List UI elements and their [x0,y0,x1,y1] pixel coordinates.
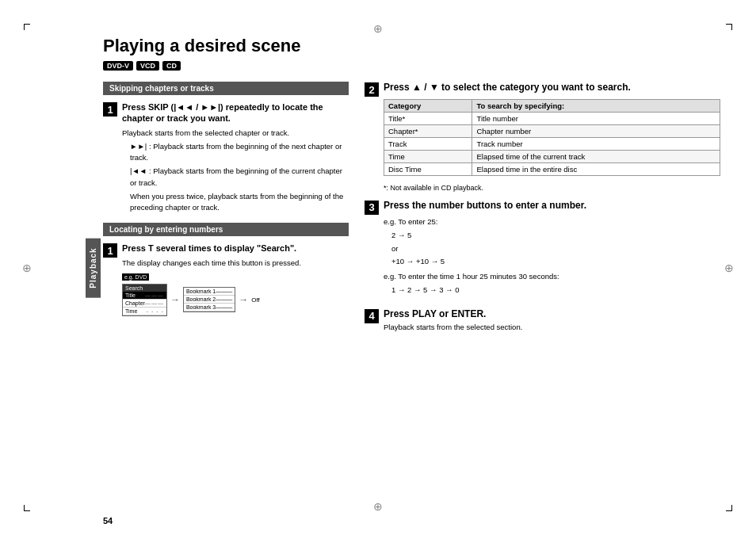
bookmark-1-label: Bookmark 1 [186,289,216,294]
main-content: Playing a desired scene DVD-V VCD CD Ski… [103,36,720,499]
diagram-arrow-2: → [239,294,248,305]
table-row: Track Track number [384,137,720,150]
skip-bullet-1: |◄◄ : Playback starts from the beginning… [122,166,349,189]
menu-search-header: Search [123,285,166,292]
step-skip-1: 1 Press SKIP (|◄◄ / ►►|) repeatedly to l… [103,101,349,216]
step-3-content: Press the number buttons to enter a numb… [384,200,720,300]
table-cell-time-cat: Time [384,150,472,162]
example-2-line-0: 1 → 2 → 5 → 3 → 0 [391,285,720,296]
table-row: Disc Time Elapsed time in the entire dis… [384,162,720,175]
corner-br [726,505,732,511]
step-locate-1-title: Press T several times to display "Search… [122,243,349,254]
corner-bl [24,505,30,511]
table-header-category: Category [384,99,472,112]
step-skip-1-title: Press SKIP (|◄◄ / ►►|) repeatedly to loc… [122,101,349,124]
crosshair-top: ⊕ [373,22,383,35]
crosshair-bottom: ⊕ [373,500,383,513]
example-1-line-2: +10 → +10 → 5 [391,256,720,267]
crosshair-right: ⊕ [724,262,734,274]
table-cell-title-cat: Title* [384,112,472,124]
step-skip-1-content: Press SKIP (|◄◄ / ►►|) repeatedly to loc… [122,101,349,216]
example-1-label: e.g. To enter 25: [384,216,720,227]
step-3: 3 Press the number buttons to enter a nu… [365,200,720,300]
step-4: 4 Press PLAY or ENTER. Playback starts f… [365,308,720,331]
menu-item-chapter-dots: ——— [145,300,164,306]
bookmark-1-item: Bookmark 1 ——— [184,288,235,296]
crosshair-left: ⊕ [22,262,32,274]
dvd-label: e.g. DVD [122,273,149,281]
step-4-title: Press PLAY or ENTER. [384,308,720,319]
two-col-layout: Skipping chapters or tracks 1 Press SKIP… [103,82,720,498]
step-3-body: e.g. To enter 25: 2 → 5 or +10 → +10 → 5… [384,216,720,296]
step-locate-1-body: The display changes each time this butto… [122,258,349,269]
step-locate-1-content: Press T several times to display "Search… [122,243,349,316]
right-column: 2 Press ▲ / ▼ to select the category you… [365,82,720,498]
step-num-4: 4 [365,309,379,323]
table-cell-track-val: Track number [472,137,720,150]
table-cell-chapter-val: Chapter number [472,124,720,137]
bookmark-3-item: Bookmark 3 ——— [184,304,235,311]
step-num-locate-1: 1 [103,243,117,258]
badge-dvdv: DVD-V [103,61,133,71]
table-cell-disctime-val: Elapsed time in the entire disc [472,162,720,175]
step-num-1: 1 [103,102,117,117]
skip-bullet-0: ►►| : Playback starts from the beginning… [122,141,349,164]
corner-tl [24,24,30,30]
step-2: 2 Press ▲ / ▼ to select the category you… [365,82,720,192]
badge-vcd: VCD [136,61,159,71]
menu-item-chapter-label: Chapter [125,300,145,306]
table-cell-chapter-cat: Chapter* [384,124,472,137]
menu-item-title: Title ——— [123,292,166,300]
table-footnote: *: Not available in CD playback. [384,184,720,192]
example-1-line-0: 2 → 5 [391,230,720,241]
corner-tr [726,24,732,30]
step-3-title: Press the number buttons to enter a numb… [384,200,720,212]
example-2: e.g. To enter the time 1 hour 25 minutes… [384,271,720,296]
step-locate-1: 1 Press T several times to display "Sear… [103,243,349,316]
table-row: Title* Title number [384,112,720,124]
bookmark-2-item: Bookmark 2 ——— [184,296,235,304]
table-row: Chapter* Chapter number [384,124,720,137]
side-tab: Playback [86,238,101,297]
menu-item-time-label: Time [125,308,137,314]
bookmark-1-dots: ——— [216,289,232,294]
format-badges: DVD-V VCD CD [103,61,720,71]
example-1: e.g. To enter 25: 2 → 5 or +10 → +10 → 5 [384,216,720,267]
diagram-wrapper: e.g. DVD Search Title ——— Chapter [122,273,349,316]
menu-item-time: Time - - - - [123,308,166,315]
table-cell-title-val: Title number [472,112,720,124]
step-4-content: Press PLAY or ENTER. Playback starts fro… [384,308,720,331]
menu-item-title-dots: ——— [145,292,164,298]
table-header-search: To search by specifying: [472,99,720,112]
table-cell-disctime-cat: Disc Time [384,162,472,175]
table-cell-track-cat: Track [384,137,472,150]
section-locate-header: Locating by entering numbers [103,223,349,236]
menu-bookmarks: Bookmark 1 ——— Bookmark 2 ——— Bookmark 3… [183,287,235,312]
bookmark-3-label: Bookmark 3 [186,304,216,310]
step-4-body: Playback starts from the selected sectio… [384,323,720,331]
menu-item-title-label: Title [125,292,136,298]
skip-bullet-2: When you press twice, playback starts fr… [122,191,349,214]
page-title: Playing a desired scene [103,36,720,56]
step-num-3: 3 [365,201,379,215]
step-num-2: 2 [365,82,379,97]
menu-item-time-dots: - - - - [147,308,164,314]
step-2-title: Press ▲ / ▼ to select the category you w… [384,82,720,94]
step-skip-1-body: Playback starts from the selected chapte… [122,128,349,214]
example-1-line-1: or [391,243,720,254]
step-2-content: Press ▲ / ▼ to select the category you w… [384,82,720,192]
bookmark-2-label: Bookmark 2 [186,296,216,302]
badge-cd: CD [162,61,181,71]
off-label: Off [251,296,260,304]
menu-item-chapter: Chapter ——— [123,300,166,308]
locate-body-text: The display changes each time this butto… [122,258,349,269]
table-cell-time-val: Elapsed time of the current track [472,150,720,162]
section-skip-header: Skipping chapters or tracks [103,82,349,95]
table-row: Time Elapsed time of the current track [384,150,720,162]
search-table: Category To search by specifying: Title*… [384,99,720,176]
menu-search: Search Title ——— Chapter ——— [122,284,167,316]
page-number: 54 [103,516,113,525]
bookmark-3-dots: ——— [216,304,232,310]
diagram-arrow-1: → [170,294,180,305]
example-2-label: e.g. To enter the time 1 hour 25 minutes… [384,271,720,282]
